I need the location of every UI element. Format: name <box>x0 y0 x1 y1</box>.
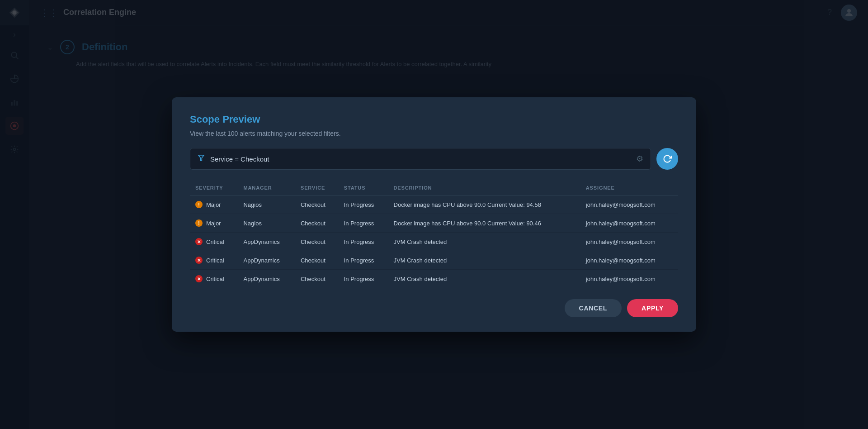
cell-assignee-2: john.haley@moogsoft.com <box>580 233 678 251</box>
filter-bar: Service = Checkout ⚙ <box>190 148 678 170</box>
cell-service-1: Checkout <box>295 214 339 233</box>
modal-title: Scope Preview <box>190 114 678 125</box>
cell-description-3: JVM Crash detected <box>388 251 580 270</box>
svg-marker-10 <box>198 155 204 161</box>
filter-clear-icon[interactable]: ⚙ <box>636 154 643 164</box>
cell-status-1: In Progress <box>339 214 388 233</box>
table-body: ! Major Nagios Checkout In Progress Dock… <box>190 195 678 288</box>
cell-manager-4: AppDynamics <box>238 270 295 288</box>
cell-service-4: Checkout <box>295 270 339 288</box>
table-row: ! Major Nagios Checkout In Progress Dock… <box>190 195 678 214</box>
severity-indicator-3: ✕ <box>195 257 203 264</box>
refresh-icon <box>663 154 672 163</box>
cell-severity-2: ✕ Critical <box>190 233 238 251</box>
severity-label-4: Critical <box>206 276 224 282</box>
severity-indicator-2: ✕ <box>195 238 203 245</box>
scope-preview-modal: Scope Preview View the last 100 alerts m… <box>172 97 696 332</box>
filter-value: Service = Checkout <box>210 155 636 163</box>
cell-assignee-4: john.haley@moogsoft.com <box>580 270 678 288</box>
col-manager: MANAGER <box>238 181 295 195</box>
cell-severity-4: ✕ Critical <box>190 270 238 288</box>
filter-input-wrapper[interactable]: Service = Checkout ⚙ <box>190 148 651 170</box>
filter-icon <box>198 154 205 163</box>
modal-subtitle: View the last 100 alerts matching your s… <box>190 130 678 137</box>
severity-label-2: Critical <box>206 238 224 245</box>
cell-description-1: Docker image has CPU above 90.0 Current … <box>388 214 580 233</box>
cell-description-0: Docker image has CPU above 90.0 Current … <box>388 195 580 214</box>
cell-assignee-3: john.haley@moogsoft.com <box>580 251 678 270</box>
severity-label-3: Critical <box>206 257 224 264</box>
cell-service-2: Checkout <box>295 233 339 251</box>
cell-status-3: In Progress <box>339 251 388 270</box>
cell-description-4: JVM Crash detected <box>388 270 580 288</box>
modal-overlay: Scope Preview View the last 100 alerts m… <box>0 0 868 429</box>
severity-label-1: Major <box>206 220 221 227</box>
severity-indicator-4: ✕ <box>195 275 203 282</box>
cell-severity-1: ! Major <box>190 214 238 233</box>
refresh-button[interactable] <box>656 148 678 170</box>
table-row: ✕ Critical AppDynamics Checkout In Progr… <box>190 233 678 251</box>
cell-status-2: In Progress <box>339 233 388 251</box>
alerts-table: SEVERITY MANAGER SERVICE STATUS DESCRIPT… <box>190 181 678 288</box>
col-assignee: ASSIGNEE <box>580 181 678 195</box>
col-service: SERVICE <box>295 181 339 195</box>
cell-status-0: In Progress <box>339 195 388 214</box>
table-header: SEVERITY MANAGER SERVICE STATUS DESCRIPT… <box>190 181 678 195</box>
cell-severity-0: ! Major <box>190 195 238 214</box>
severity-indicator-0: ! <box>195 201 203 208</box>
col-description: DESCRIPTION <box>388 181 580 195</box>
severity-label-0: Major <box>206 201 221 208</box>
cell-manager-1: Nagios <box>238 214 295 233</box>
table-row: ✕ Critical AppDynamics Checkout In Progr… <box>190 251 678 270</box>
col-status: STATUS <box>339 181 388 195</box>
apply-button[interactable]: APPLY <box>627 299 678 317</box>
cell-status-4: In Progress <box>339 270 388 288</box>
cell-manager-2: AppDynamics <box>238 233 295 251</box>
cell-assignee-1: john.haley@moogsoft.com <box>580 214 678 233</box>
cell-assignee-0: john.haley@moogsoft.com <box>580 195 678 214</box>
cancel-button[interactable]: CANCEL <box>565 299 622 317</box>
cell-manager-0: Nagios <box>238 195 295 214</box>
cell-service-3: Checkout <box>295 251 339 270</box>
cell-manager-3: AppDynamics <box>238 251 295 270</box>
modal-footer: CANCEL APPLY <box>190 299 678 317</box>
table-row: ✕ Critical AppDynamics Checkout In Progr… <box>190 270 678 288</box>
cell-severity-3: ✕ Critical <box>190 251 238 270</box>
col-severity: SEVERITY <box>190 181 238 195</box>
severity-indicator-1: ! <box>195 219 203 227</box>
cell-service-0: Checkout <box>295 195 339 214</box>
table-row: ! Major Nagios Checkout In Progress Dock… <box>190 214 678 233</box>
cell-description-2: JVM Crash detected <box>388 233 580 251</box>
